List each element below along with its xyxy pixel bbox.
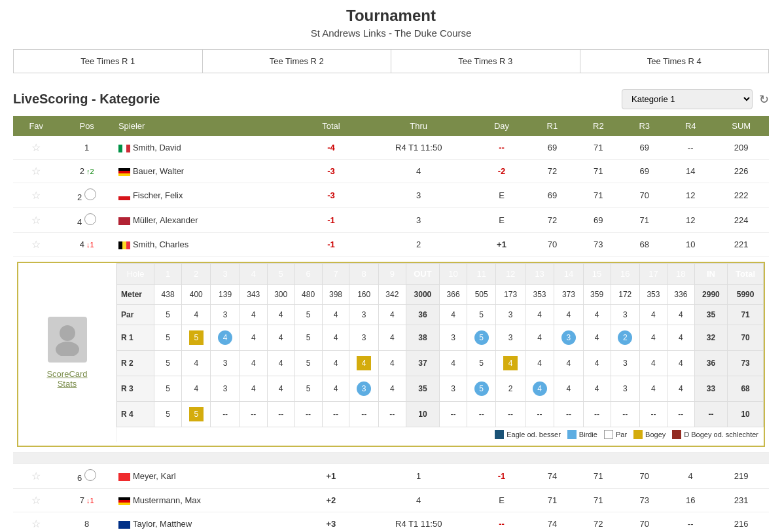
- sc-cell: --: [611, 402, 639, 427]
- bogey-cell: 5: [189, 407, 204, 421]
- fav-star[interactable]: ☆: [13, 160, 59, 183]
- sc-cell: 4: [667, 376, 694, 402]
- sc-cell: 4: [378, 325, 406, 351]
- sc-cell: 4: [182, 376, 211, 402]
- player-r4: --: [667, 136, 713, 160]
- player-day: -2: [474, 160, 529, 183]
- player-sum: 224: [713, 208, 769, 233]
- player-sum: 231: [713, 489, 769, 512]
- player-sum: 216: [713, 512, 769, 533]
- player-thru: R4 T1 11:50: [363, 512, 474, 533]
- sc-cell: 4: [322, 305, 349, 325]
- stats-link[interactable]: Stats: [46, 379, 87, 389]
- scorecard-right: Hole123456789OUT101112131415161718INTota…: [116, 263, 764, 442]
- sc-cell: 4: [525, 376, 554, 402]
- dbogeyr-legend-label: D Bogey od. schlechter: [684, 431, 758, 438]
- sc-row-label: R 3: [117, 376, 154, 402]
- sc-cell: 4: [667, 351, 694, 376]
- fav-star[interactable]: ☆: [13, 183, 59, 208]
- sc-cell: --: [525, 402, 554, 427]
- par-legend-label: Par: [616, 431, 627, 438]
- sc-cell: 37: [406, 351, 439, 376]
- sc-cell: 160: [349, 285, 378, 305]
- player-total: -3: [299, 183, 364, 208]
- sc-header: Hole: [117, 264, 154, 285]
- player-total: -1: [299, 208, 364, 233]
- sc-cell: 4: [583, 325, 611, 351]
- scorecard-inner: ScoreCard Stats Hole123456789OUT10111213…: [18, 263, 764, 442]
- sc-cell: 3: [349, 305, 378, 325]
- player-r2: 71: [575, 160, 621, 183]
- sc-cell: 4: [211, 325, 240, 351]
- scorecard-link[interactable]: ScoreCard: [46, 369, 87, 379]
- player-name: Taylor, Matthew: [115, 512, 299, 533]
- scorecard-container: ScoreCard Stats Hole123456789OUT10111213…: [17, 262, 765, 447]
- tee-tab-r2[interactable]: Tee Times R 2: [203, 50, 392, 73]
- player-name: Smith, David: [115, 136, 299, 160]
- sc-cell: 4: [554, 351, 583, 376]
- sc-cell: 36: [694, 351, 727, 376]
- sc-header: 10: [440, 264, 467, 285]
- kategorie-select[interactable]: Kategorie 1: [622, 89, 753, 109]
- sc-cell: 4: [322, 376, 349, 402]
- dbogeyr-legend-box: [672, 430, 681, 439]
- fav-star[interactable]: ☆: [13, 136, 59, 160]
- sc-cell: 5: [294, 351, 322, 376]
- sc-cell: 35: [406, 376, 439, 402]
- sc-cell: --: [378, 402, 406, 427]
- birdie-cell: 4: [218, 330, 232, 345]
- sc-cell: 3: [349, 325, 378, 351]
- sc-cell: --: [554, 402, 583, 427]
- tee-tab-r1[interactable]: Tee Times R 1: [14, 50, 203, 73]
- table-row: ☆ 6 Meyer, Karl +1 1 -1 74 71 70 4 219: [13, 464, 769, 489]
- sc-cell: 4: [554, 305, 583, 325]
- tee-tab-r3[interactable]: Tee Times R 3: [391, 50, 580, 73]
- sc-cell: 5: [294, 305, 322, 325]
- player-avatar: [48, 317, 87, 363]
- header-total: Total: [299, 116, 364, 136]
- player-r3: 69: [622, 160, 667, 183]
- sc-cell: 4: [525, 305, 554, 325]
- player-day: E: [474, 489, 529, 512]
- sc-cell: 5: [467, 376, 496, 402]
- refresh-button[interactable]: ↻: [759, 92, 769, 107]
- sc-cell: 4: [240, 325, 267, 351]
- sc-cell: 4: [240, 376, 267, 402]
- birdie-cell: 5: [474, 330, 489, 345]
- sc-header: 13: [525, 264, 554, 285]
- player-pos: 1: [59, 136, 115, 160]
- fav-star[interactable]: ☆: [13, 512, 59, 533]
- player-day: --: [474, 136, 529, 160]
- table-row: ☆ 2 ↑2 Bauer, Walter -3 4 -2 72 71 69 14…: [13, 160, 769, 183]
- player-r4: 12: [667, 208, 713, 233]
- player-r3: 70: [622, 183, 667, 208]
- player-sum: 222: [713, 183, 769, 208]
- sc-cell: 3: [211, 351, 240, 376]
- fav-star[interactable]: ☆: [13, 208, 59, 233]
- sc-cell: 3: [440, 325, 467, 351]
- sc-cell: 73: [728, 351, 764, 376]
- table-row: ☆ 2 Fischer, Felix -3 3 E 69 71 70 12 22…: [13, 183, 769, 208]
- tee-tab-r4[interactable]: Tee Times R 4: [580, 50, 769, 73]
- sc-cell: 4: [440, 351, 467, 376]
- player-r2: 71: [575, 183, 621, 208]
- header-day: Day: [474, 116, 529, 136]
- sc-header: 14: [554, 264, 583, 285]
- fav-star[interactable]: ☆: [13, 464, 59, 489]
- player-day: E: [474, 208, 529, 233]
- header-thru: Thru: [363, 116, 474, 136]
- player-thru: 4: [363, 489, 474, 512]
- header-r2: R2: [575, 116, 621, 136]
- sc-cell: 505: [467, 285, 496, 305]
- sc-cell: --: [322, 402, 349, 427]
- player-total: +3: [299, 512, 364, 533]
- fav-star[interactable]: ☆: [13, 489, 59, 512]
- header-fav: Fav: [13, 116, 59, 136]
- fav-star[interactable]: ☆: [13, 233, 59, 257]
- sc-cell: 4: [525, 351, 554, 376]
- sc-cell: --: [694, 402, 727, 427]
- player-thru: R4 T1 11:50: [363, 136, 474, 160]
- legend-dbogeyr: D Bogey od. schlechter: [672, 430, 758, 439]
- flag-cz: [118, 192, 130, 200]
- sc-cell: 5990: [728, 285, 764, 305]
